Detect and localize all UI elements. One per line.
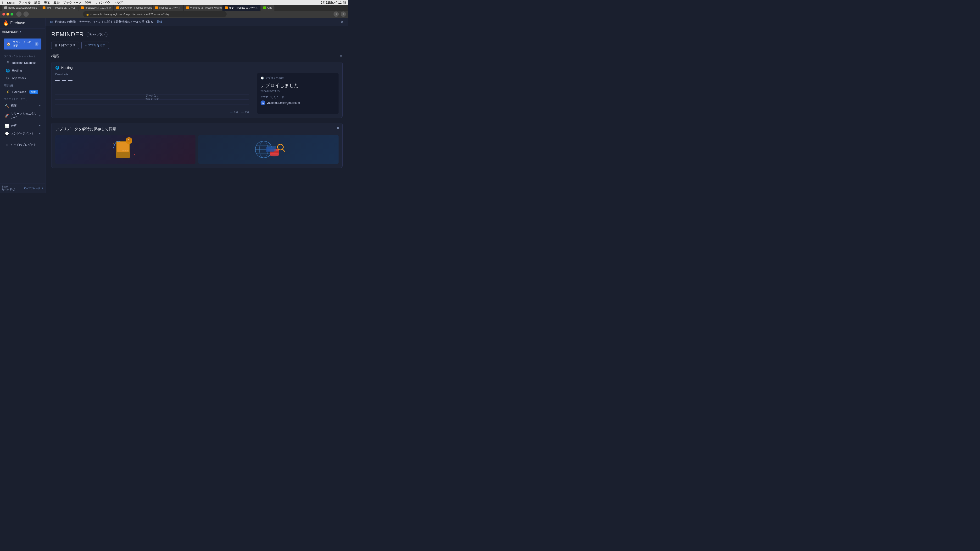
engagement-label: エンゲージメント [11, 132, 34, 136]
section-menu-button[interactable]: ≡ [340, 54, 343, 59]
app-menu-edit[interactable]: 編集 [34, 0, 40, 5]
legend-last-week: 先週 [241, 111, 249, 114]
browser-tab-1[interactable]: henrry-sakurazaka/portfolio [2, 5, 40, 11]
tab-favicon-6 [186, 6, 189, 10]
sidebar-header: 🔥 Firebase [0, 18, 45, 29]
browser-tab-8[interactable]: Qiita [261, 5, 275, 11]
nav-active-container: 🏠 プロジェクトの概要 ⚙ [0, 35, 45, 53]
realtime-db-label: Realtime Database [12, 61, 37, 65]
hosting-globe-icon: 🌐 [6, 68, 10, 73]
svg-line-22 [283, 149, 285, 151]
promo-section: アプリデータを瞬時に保存して同期 ✕ •••••••••• [51, 123, 343, 168]
macos-menubar:  Safari ファイル 編集 表示 履歴 ブックマーク 開発 ウィンドウ ヘ… [0, 0, 348, 5]
category-engagement[interactable]: 💬 エンゲージメント ▾ [1, 130, 44, 137]
tab-favicon-2 [43, 6, 45, 10]
svg-text:••••••••••: •••••••••• [122, 149, 129, 151]
category-release[interactable]: 🚀 リリースとモニタリング ▾ [1, 110, 44, 121]
browser-tab-5[interactable]: Firebase コンソール [153, 5, 183, 11]
app-menu-dev[interactable]: 開発 [85, 0, 91, 5]
new-tab-button[interactable]: + [341, 11, 346, 17]
tab-favicon-4 [116, 6, 119, 10]
url-bar[interactable]: 🔒 console.firebase.google.com/project/re… [83, 11, 227, 17]
tab-favicon-7 [225, 6, 228, 10]
browser-toolbar: ‹ › 🔒 console.firebase.google.com/projec… [0, 11, 348, 18]
browser-tab-6[interactable]: Welcome to Firebase Hosting [184, 5, 222, 11]
engagement-chevron: ▾ [39, 132, 40, 135]
back-button[interactable]: ‹ [16, 11, 22, 17]
app-count-button[interactable]: ⊞ 1 個のアプリ [51, 41, 79, 49]
extensions-label: Extensions [12, 91, 26, 94]
app-menu-bookmarks[interactable]: ブックマーク [63, 0, 81, 5]
project-overview-nav-item[interactable]: 🏠 プロジェクトの概要 ⚙ [4, 38, 41, 49]
hosting-card: 🌐 Hosting Downloads — — — [51, 62, 343, 118]
extensions-badge: 新機能 [29, 90, 38, 94]
add-app-button[interactable]: + アプリを追加 [81, 41, 109, 49]
firebase-flame-icon: 🔥 [3, 20, 9, 26]
tab-label-4: App Check - Firebase console [120, 6, 152, 9]
chart-legend: 今週 先週 [55, 111, 249, 114]
hosting-title: Hosting [61, 66, 73, 70]
register-link[interactable]: 登録 [156, 20, 162, 24]
hosting-card-header: 🌐 Hosting [55, 66, 339, 70]
user-email: vasto.mar3xc@gmail.com [267, 101, 300, 105]
promo-close-button[interactable]: ✕ [336, 126, 339, 130]
app-menu-history[interactable]: 履歴 [53, 0, 60, 5]
sidebar-item-extensions[interactable]: ⚡ Extensions 新機能 [2, 89, 43, 95]
settings-icon[interactable]: ⚙ [35, 42, 38, 46]
minimize-button[interactable] [6, 13, 10, 16]
deploy-date: 2024/02/22 9:35 [261, 90, 335, 92]
right-panel: ✉ Firebase の機能、リサーチ、イベントに関する最新情報のメールを受け取… [45, 18, 348, 193]
tab-label-3: Firebaseのよくある質問 [85, 6, 111, 10]
apple-menu[interactable]:  [2, 1, 3, 5]
promo-card-auth: •••••••••• ✦ ✦ [55, 135, 196, 164]
latest-section-label: 最新情報 [0, 82, 45, 88]
banner-close-button[interactable]: ✕ [340, 20, 344, 24]
upgrade-button[interactable]: アップグレード ド [24, 187, 43, 190]
gear-icon: ⚙ [36, 43, 38, 45]
app-menu-window[interactable]: ウィンドウ [94, 0, 110, 5]
close-button[interactable] [2, 13, 5, 16]
analytics-label: 分析 [11, 124, 17, 128]
build-chevron: ▾ [39, 105, 40, 107]
svg-point-10 [128, 139, 129, 140]
tab-label-1: henrry-sakurazaka/portfolio [8, 6, 37, 9]
clock-icon: 🕐 [261, 76, 264, 79]
analytics-chevron: ▾ [39, 124, 40, 127]
share-button[interactable]: ⬆ [334, 11, 339, 17]
tab-label-7: 概要 - Firebase コンソール [229, 6, 258, 10]
browser-tab-4[interactable]: App Check - Firebase console [114, 5, 152, 11]
deploy-title: デプロイしました [261, 82, 335, 89]
app-menu-file[interactable]: ファイル [18, 0, 31, 5]
db-illustration [247, 136, 290, 163]
lock-icon: 🔒 [86, 13, 89, 16]
browser-chrome: henrry-sakurazaka/portfolio 概要 - Firebas… [0, 5, 348, 18]
app-menu-safari[interactable]: Safari [7, 1, 15, 5]
category-build[interactable]: 🔨 構築 ▾ [1, 102, 44, 110]
traffic-lights [2, 13, 13, 16]
grid-icon: ⊞ [6, 143, 9, 147]
tab-favicon-8 [263, 6, 266, 10]
tab-favicon-3 [81, 6, 84, 10]
svg-text:✦: ✦ [134, 154, 135, 156]
hosting-icon: 🌐 [55, 66, 59, 70]
all-products-item[interactable]: ⊞ すべてのプロダクト [2, 141, 43, 149]
extensions-icon: ⚡ [6, 91, 10, 94]
sidebar-item-realtime-db[interactable]: 🗄 Realtime Database [2, 59, 43, 67]
user-avatar: A [261, 100, 265, 105]
browser-tab-3[interactable]: Firebaseのよくある質問 [78, 5, 113, 11]
project-overview-label: プロジェクトの概要 [13, 40, 33, 48]
sidebar-item-app-check[interactable]: 🛡 App Check [2, 75, 43, 82]
app-menu-help[interactable]: ヘルプ [113, 0, 123, 5]
app-menu-view[interactable]: 表示 [44, 0, 50, 5]
svg-point-20 [270, 152, 279, 156]
project-name-button[interactable]: REMINDER ▾ [2, 30, 43, 33]
email-icon: ✉ [50, 20, 52, 24]
release-label: リリースとモニタリング [11, 112, 39, 120]
sidebar-item-hosting[interactable]: 🌐 Hosting [2, 67, 43, 74]
browser-tab-7[interactable]: 概要 - Firebase コンソール [223, 5, 260, 11]
banner-text: Firebase の機能、リサーチ、イベントに関する最新情報のメールを受け取る [55, 20, 153, 24]
browser-tab-2[interactable]: 概要 - Firebase コンソール [40, 5, 78, 11]
category-analytics[interactable]: 📊 分析 ▾ [1, 122, 44, 129]
forward-button[interactable]: › [24, 11, 29, 17]
maximize-button[interactable] [11, 13, 13, 16]
